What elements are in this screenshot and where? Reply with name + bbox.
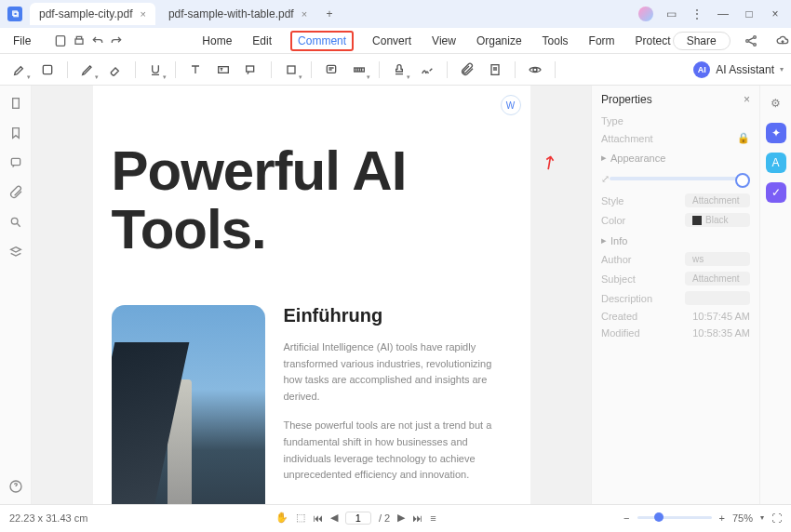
hide-comments-tool[interactable] xyxy=(523,58,547,82)
cloud-share-icon[interactable] xyxy=(742,32,760,50)
help-icon[interactable] xyxy=(7,478,24,495)
fullscreen-icon[interactable]: ⛶ xyxy=(771,512,782,524)
subject-field[interactable]: Attachment xyxy=(685,272,750,286)
page-headline: Powerful AI Tools. xyxy=(112,141,512,259)
attachments-panel-icon[interactable] xyxy=(7,184,24,201)
close-icon[interactable]: × xyxy=(140,8,145,20)
more-icon[interactable]: ⋮ xyxy=(689,6,705,22)
hand-tool-icon[interactable]: ✋ xyxy=(275,512,288,524)
document-note-tool[interactable] xyxy=(483,58,507,82)
word-export-icon[interactable]: W xyxy=(501,95,521,115)
tab-edit[interactable]: Edit xyxy=(250,31,274,51)
new-tab-button[interactable]: + xyxy=(320,7,339,20)
svg-point-4 xyxy=(753,43,756,46)
underline-tool[interactable] xyxy=(143,58,168,82)
next-page-icon[interactable]: ▶ xyxy=(397,512,405,524)
tab-active[interactable]: pdf-sample-city.pdf × xyxy=(30,3,155,25)
opacity-slider[interactable] xyxy=(610,177,750,180)
save-icon[interactable] xyxy=(53,32,68,50)
zoom-value[interactable]: 75% xyxy=(732,512,753,524)
signature-tool[interactable] xyxy=(415,58,439,82)
svg-rect-15 xyxy=(11,158,20,165)
tab-protect[interactable]: Protect xyxy=(634,31,673,51)
note-tool[interactable] xyxy=(35,58,60,82)
highlight-tool[interactable] xyxy=(7,58,32,82)
color-label: Color xyxy=(601,215,625,226)
prev-page-icon[interactable]: ◀ xyxy=(330,512,338,524)
tab-comment[interactable]: Comment xyxy=(290,31,354,51)
assist-rail-icon[interactable]: A xyxy=(766,153,786,173)
style-field[interactable]: Attachment xyxy=(685,193,750,207)
layers-icon[interactable] xyxy=(7,244,24,260)
share-button[interactable]: Share xyxy=(673,32,731,50)
comments-panel-icon[interactable] xyxy=(7,154,24,171)
page-dimensions: 22.23 x 31.43 cm xyxy=(9,512,87,524)
tab-view[interactable]: View xyxy=(430,31,458,51)
first-page-icon[interactable]: ⏮ xyxy=(313,512,323,524)
svg-rect-14 xyxy=(12,99,19,109)
attachment-tool[interactable] xyxy=(455,58,479,82)
page-image xyxy=(112,305,265,504)
author-field[interactable]: ws xyxy=(685,252,750,266)
gem-icon[interactable] xyxy=(638,7,653,21)
tab-organize[interactable]: Organize xyxy=(475,31,524,51)
lock-icon[interactable]: 🔒 xyxy=(737,132,750,144)
sticky-note-tool[interactable] xyxy=(319,58,343,82)
svg-point-2 xyxy=(745,39,748,42)
tab-home[interactable]: Home xyxy=(200,31,234,51)
modified-label: Modified xyxy=(601,327,640,339)
zoom-out-icon[interactable]: − xyxy=(623,512,629,524)
settings-rail-icon[interactable]: ⚙ xyxy=(766,93,786,113)
eraser-tool[interactable] xyxy=(103,58,127,82)
redo-icon[interactable] xyxy=(109,32,124,50)
minimize-icon[interactable]: — xyxy=(715,6,731,22)
tab-form[interactable]: Form xyxy=(587,31,617,51)
check-rail-icon[interactable]: ✓ xyxy=(766,182,786,203)
pencil-tool[interactable] xyxy=(75,58,100,82)
tab-tools[interactable]: Tools xyxy=(541,31,570,51)
text-tool[interactable] xyxy=(183,58,208,82)
workspace: ↗ W Powerful AI Tools. Einführung Artifi… xyxy=(0,86,791,504)
properties-title: Properties xyxy=(601,93,652,106)
maximize-icon[interactable]: □ xyxy=(741,6,757,22)
callout-tool[interactable] xyxy=(239,58,263,82)
measure-tool[interactable] xyxy=(347,58,371,82)
svg-point-16 xyxy=(11,218,18,224)
color-field[interactable]: Black xyxy=(685,213,750,227)
style-label: Style xyxy=(601,195,623,206)
info-section[interactable]: Info xyxy=(610,235,627,246)
ai-rail-icon[interactable]: ✦ xyxy=(766,123,786,143)
description-field[interactable] xyxy=(685,291,750,305)
statusbar: 22.23 x 31.43 cm ✋ ⬚ ⏮ ◀ / 2 ▶ ⏭ ≡ − + 7… xyxy=(0,504,791,530)
message-icon[interactable]: ▭ xyxy=(663,6,679,22)
close-panel-icon[interactable]: × xyxy=(744,93,750,106)
subject-label: Subject xyxy=(601,273,636,285)
textbox-tool[interactable] xyxy=(211,58,235,82)
appearance-section[interactable]: Appearance xyxy=(610,153,665,164)
tab-convert[interactable]: Convert xyxy=(370,31,413,51)
page-number-input[interactable] xyxy=(345,512,371,525)
properties-panel: Properties × Type Attachment 🔒 ▸Appearan… xyxy=(591,86,791,504)
shape-tool[interactable] xyxy=(279,58,303,82)
print-icon[interactable] xyxy=(72,32,87,50)
canvas-area[interactable]: ↗ W Powerful AI Tools. Einführung Artifi… xyxy=(32,86,591,504)
last-page-icon[interactable]: ⏭ xyxy=(412,512,422,524)
cloud-upload-icon[interactable] xyxy=(773,32,791,50)
thumbnails-icon[interactable] xyxy=(7,95,24,112)
bookmarks-icon[interactable] xyxy=(7,125,24,141)
stamp-tool[interactable] xyxy=(387,58,411,82)
undo-icon[interactable] xyxy=(90,32,105,50)
ai-assistant-button[interactable]: AI AI Assistant ▾ xyxy=(693,61,784,78)
modified-value: 10:58:35 AM xyxy=(692,327,750,339)
zoom-in-icon[interactable]: + xyxy=(719,512,725,524)
tab-inactive[interactable]: pdf-sample-with-table.pdf × xyxy=(159,3,316,25)
close-icon[interactable]: × xyxy=(302,8,307,20)
fit-width-icon[interactable]: ⬚ xyxy=(296,512,305,524)
zoom-slider[interactable] xyxy=(637,516,712,519)
ai-label: AI Assistant xyxy=(716,63,774,76)
file-menu[interactable]: File xyxy=(7,33,36,49)
close-window-icon[interactable]: × xyxy=(767,6,784,22)
main-tabs: Home Edit Comment Convert View Organize … xyxy=(200,31,672,51)
reflow-icon[interactable]: ≡ xyxy=(430,512,436,524)
search-panel-icon[interactable] xyxy=(7,214,24,231)
